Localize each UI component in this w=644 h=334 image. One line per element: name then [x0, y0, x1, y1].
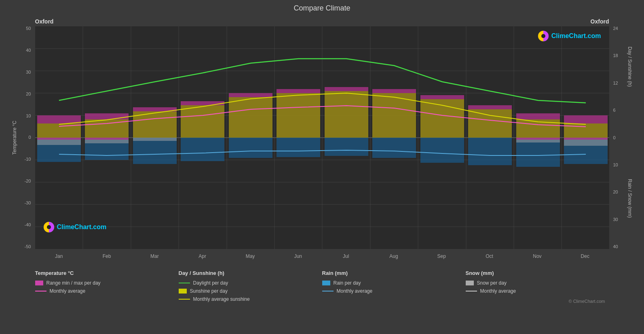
- svg-rect-30: [325, 138, 368, 156]
- svg-rect-58: [277, 93, 320, 138]
- chart-title: Compare Climate: [293, 4, 350, 13]
- legend-section-sunshine: Day / Sunshine (h) Daylight per day Suns…: [179, 270, 322, 302]
- chart-wrapper: Oxford Oxford Temperature °C Day / Sunsh…: [11, 14, 633, 265]
- legend-item-rain-bar: Rain per day: [322, 280, 466, 286]
- brand-text-top: ClimeChart.com: [551, 32, 601, 40]
- logo-icon-bottom: [43, 221, 55, 233]
- svg-rect-32: [420, 138, 464, 163]
- month-jul: Jul: [322, 253, 370, 259]
- snow-per-day-label: Snow per day: [477, 280, 507, 286]
- legend-title-sunshine: Day / Sunshine (h): [179, 270, 322, 276]
- svg-point-1: [541, 34, 545, 38]
- location-label-right: Oxford: [591, 18, 609, 25]
- legend-item-temp-range: Range min / max per day: [35, 280, 179, 286]
- chart-area: [35, 26, 609, 249]
- y-axis-right: 24 18 12 6 0 10 20 30 40: [611, 26, 633, 249]
- legend-title-temperature: Temperature °C: [35, 270, 179, 276]
- svg-rect-38: [133, 138, 177, 141]
- legend-line-temp-avg: [35, 291, 46, 291]
- svg-rect-59: [325, 91, 368, 138]
- legend-swatch-sunshine: [179, 289, 187, 294]
- legend-line-sunshine-avg: [179, 299, 190, 300]
- svg-rect-33: [468, 138, 512, 165]
- svg-rect-57: [229, 97, 272, 138]
- svg-point-3: [47, 225, 51, 229]
- legend-item-snow-avg: Monthly average: [466, 288, 609, 294]
- legend-item-rain-avg: Monthly average: [322, 288, 466, 294]
- month-dec: Dec: [561, 253, 609, 259]
- legend-swatch-temp-range: [35, 281, 43, 285]
- legend-section-temperature: Temperature °C Range min / max per day M…: [35, 270, 179, 302]
- legend-section-rain: Rain (mm) Rain per day Monthly average: [322, 270, 466, 302]
- svg-rect-62: [468, 109, 512, 138]
- copyright-text: © ClimeChart.com: [568, 299, 605, 304]
- logo-icon-top: [538, 30, 549, 42]
- month-mar: Mar: [131, 253, 178, 259]
- legend-line-daylight: [179, 283, 190, 283]
- month-jun: Jun: [274, 253, 322, 259]
- legend-title-snow: Snow (mm): [466, 270, 609, 276]
- svg-rect-31: [372, 138, 416, 158]
- month-oct: Oct: [465, 253, 513, 259]
- legend: Temperature °C Range min / max per day M…: [11, 265, 633, 307]
- month-apr: Apr: [178, 253, 226, 259]
- legend-line-snow-avg: [466, 291, 477, 291]
- svg-rect-29: [277, 138, 320, 157]
- legend-title-rain: Rain (mm): [322, 270, 466, 276]
- svg-rect-56: [181, 105, 224, 138]
- month-may: May: [226, 253, 274, 259]
- month-sep: Sep: [418, 253, 465, 259]
- legend-swatch-snow: [466, 281, 474, 285]
- legend-item-daylight: Daylight per day: [179, 280, 322, 286]
- month-aug: Aug: [370, 253, 418, 259]
- location-label-left: Oxford: [35, 18, 54, 25]
- legend-item-sunshine-bar: Sunshine per day: [179, 288, 322, 294]
- month-jan: Jan: [35, 253, 83, 259]
- x-axis: Jan Feb Mar Apr May Jun Jul Aug Sep Oct …: [35, 253, 609, 259]
- svg-rect-27: [181, 138, 224, 161]
- brand-logo-top-right: ClimeChart.com: [538, 30, 601, 42]
- chart-svg: [35, 26, 609, 249]
- legend-swatch-rain: [322, 281, 330, 285]
- page-container: Compare Climate Oxford Oxford Temperatur…: [0, 0, 644, 334]
- svg-rect-28: [229, 138, 272, 158]
- brand-text-bottom: ClimeChart.com: [57, 223, 107, 231]
- svg-rect-26: [133, 138, 177, 164]
- month-nov: Nov: [513, 253, 561, 259]
- snow-monthly-avg-label: Monthly average: [480, 288, 516, 294]
- month-feb: Feb: [83, 253, 131, 259]
- legend-line-rain-avg: [322, 291, 334, 291]
- legend-item-temp-avg: Monthly average: [35, 288, 179, 294]
- legend-section-snow: Snow (mm) Snow per day Monthly average: [466, 270, 609, 302]
- legend-item-snow-bar: Snow per day: [466, 280, 609, 286]
- legend-item-sunshine-avg: Monthly average sunshine: [179, 296, 322, 302]
- svg-rect-64: [564, 123, 608, 138]
- brand-logo-bottom-left: ClimeChart.com: [43, 221, 107, 233]
- y-axis-left: 50 40 30 20 10 0 -10 -20 -30 -40 -50: [11, 26, 33, 249]
